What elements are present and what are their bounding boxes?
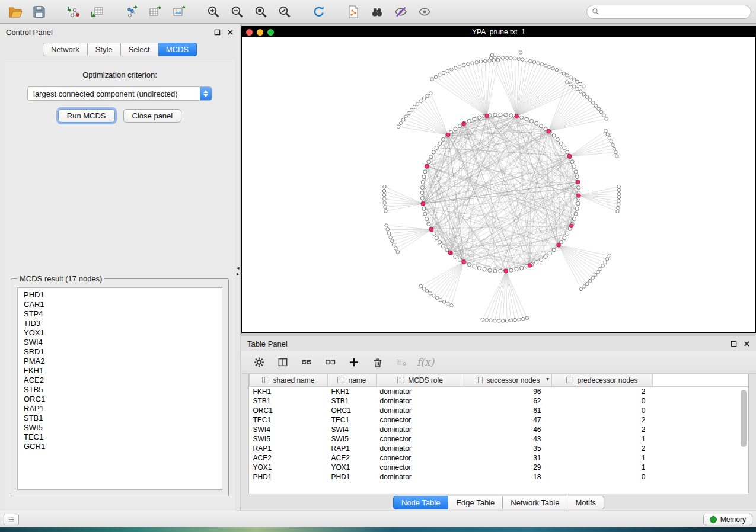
mcds-result-item[interactable]: SWI5 bbox=[18, 423, 222, 432]
tab-motifs[interactable]: Motifs bbox=[567, 496, 604, 509]
network-canvas[interactable] bbox=[242, 37, 755, 332]
mcds-result-item[interactable]: RAP1 bbox=[18, 404, 222, 414]
table-settings-button[interactable] bbox=[250, 353, 269, 371]
zoom-fit-icon bbox=[254, 5, 268, 19]
copy-network-button[interactable] bbox=[343, 2, 364, 21]
control-panel-tabs: NetworkStyleSelectMCDS bbox=[0, 43, 240, 56]
mcds-result-item[interactable]: GCR1 bbox=[18, 442, 222, 451]
export-image-icon bbox=[172, 5, 186, 19]
delete-table-icon bbox=[395, 356, 407, 368]
show-column-panel-button[interactable] bbox=[273, 353, 292, 371]
search-input[interactable] bbox=[602, 7, 746, 17]
zoom-out-button[interactable] bbox=[227, 2, 248, 21]
tab-network-table[interactable]: Network Table bbox=[503, 496, 567, 509]
mcds-result-list[interactable]: PHD1CAR1STP4TID3YOX1SWI4SRD1PMA2FKH1ACE2… bbox=[17, 287, 222, 490]
minimize-window-button[interactable] bbox=[257, 29, 263, 36]
maximize-window-button[interactable] bbox=[267, 29, 274, 36]
run-mcds-button[interactable]: Run MCDS bbox=[58, 109, 115, 123]
export-image-button[interactable] bbox=[168, 2, 190, 21]
zoom-fit-button[interactable] bbox=[250, 2, 272, 21]
zoom-in-button[interactable] bbox=[203, 2, 224, 21]
tab-network[interactable]: Network bbox=[43, 43, 88, 56]
criterion-select[interactable]: largest connected component (undirected) bbox=[27, 86, 212, 101]
table-toolbar: f(x) bbox=[241, 351, 756, 374]
table-row[interactable]: TEC1TEC1connector472 bbox=[250, 415, 749, 425]
create-column-button[interactable] bbox=[344, 353, 363, 371]
tab-edge-table[interactable]: Edge Table bbox=[448, 496, 503, 509]
tab-select[interactable]: Select bbox=[121, 43, 158, 56]
show-task-history-button[interactable] bbox=[4, 514, 19, 525]
zoom-selected-button[interactable] bbox=[274, 2, 295, 21]
close-panel-button[interactable] bbox=[227, 28, 234, 36]
collapse-left-icon[interactable]: ◂ bbox=[237, 265, 240, 271]
table-row[interactable]: FKH1FKH1dominator962 bbox=[250, 387, 749, 397]
mcds-result-item[interactable]: PHD1 bbox=[18, 290, 222, 300]
network-graph[interactable] bbox=[242, 37, 755, 332]
search-network-button[interactable] bbox=[366, 2, 388, 21]
column-header-MCDS-role[interactable]: MCDS role bbox=[377, 374, 464, 387]
mcds-result-item[interactable]: PMA2 bbox=[18, 357, 222, 366]
mcds-result-item[interactable]: SWI4 bbox=[18, 338, 222, 347]
delete-column-button[interactable] bbox=[368, 353, 387, 371]
column-header-predecessor-nodes[interactable]: predecessor nodes bbox=[552, 374, 653, 387]
tab-style[interactable]: Style bbox=[88, 43, 121, 56]
table-row[interactable]: YOX1YOX1connector291 bbox=[250, 463, 749, 472]
float-panel-button[interactable] bbox=[213, 28, 221, 36]
search-box[interactable] bbox=[586, 5, 751, 19]
table-row[interactable]: ACE2ACE2connector311 bbox=[250, 453, 749, 463]
memory-button[interactable]: Memory bbox=[703, 514, 752, 525]
import-table-icon bbox=[90, 5, 104, 19]
import-network-button[interactable] bbox=[63, 2, 84, 21]
columns-icon bbox=[277, 356, 289, 368]
mcds-result-item[interactable]: TID3 bbox=[18, 319, 222, 328]
column-header-name[interactable]: name bbox=[328, 374, 377, 387]
application-window: Control Panel NetworkStyleSelectMCDS Opt… bbox=[0, 0, 756, 532]
mcds-result-item[interactable]: ACE2 bbox=[18, 376, 222, 385]
mcds-result-item[interactable]: FKH1 bbox=[18, 366, 222, 376]
tab-node-table[interactable]: Node Table bbox=[393, 496, 449, 509]
hide-panels-button[interactable] bbox=[390, 2, 412, 21]
show-panels-button[interactable] bbox=[414, 2, 435, 21]
open-folder-button[interactable] bbox=[5, 2, 26, 21]
mcds-result-item[interactable]: CAR1 bbox=[18, 300, 222, 309]
import-table-button[interactable] bbox=[87, 2, 108, 21]
table-row[interactable]: PHD1PHD1dominator180 bbox=[250, 472, 749, 482]
panel-splitter-handle[interactable]: ◂ ▸ bbox=[237, 265, 240, 277]
export-network-button[interactable] bbox=[121, 2, 142, 21]
mcds-result-item[interactable]: ORC1 bbox=[18, 395, 222, 404]
table-row[interactable]: SWI4SWI4dominator462 bbox=[250, 425, 749, 434]
save-button[interactable] bbox=[28, 2, 50, 21]
table-row[interactable]: SWI5SWI5connector431 bbox=[250, 434, 749, 444]
gear-icon bbox=[253, 356, 265, 368]
export-table-icon bbox=[148, 5, 162, 19]
table-scrollbar-thumb[interactable] bbox=[741, 390, 747, 447]
close-table-panel-button[interactable] bbox=[743, 340, 750, 347]
toolbar-separator bbox=[52, 11, 60, 12]
table-row[interactable]: ORC1ORC1dominator610 bbox=[250, 406, 749, 415]
column-header-shared-name[interactable]: shared name bbox=[250, 374, 328, 387]
mcds-result-item[interactable]: SRD1 bbox=[18, 347, 222, 357]
deselect-all-rows-button[interactable] bbox=[321, 353, 340, 371]
mcds-result-item[interactable]: STB5 bbox=[18, 385, 222, 395]
column-header-successor-nodes[interactable]: successor nodes▾ bbox=[464, 374, 552, 387]
status-bar: Memory bbox=[0, 511, 756, 527]
float-table-panel-button[interactable] bbox=[730, 340, 737, 347]
main-area: Control Panel NetworkStyleSelectMCDS Opt… bbox=[0, 24, 756, 511]
mcds-result-item[interactable]: TEC1 bbox=[18, 432, 222, 442]
sort-chevron-icon[interactable]: ▾ bbox=[546, 376, 549, 382]
table-row[interactable]: STB1STB1dominator620 bbox=[250, 396, 749, 406]
mcds-panel: Optimization criterion: largest connecte… bbox=[5, 60, 235, 511]
collapse-right-icon[interactable]: ▸ bbox=[237, 271, 240, 277]
tab-mcds[interactable]: MCDS bbox=[158, 43, 197, 56]
refresh-button[interactable] bbox=[308, 2, 330, 21]
mcds-result-item[interactable]: STB1 bbox=[18, 414, 222, 423]
toolbar-separator bbox=[110, 11, 119, 12]
table-row[interactable]: RAP1RAP1dominator352 bbox=[250, 444, 749, 453]
close-window-button[interactable] bbox=[246, 29, 253, 36]
mcds-result-item[interactable]: STP4 bbox=[18, 309, 222, 319]
column-label: predecessor nodes bbox=[577, 376, 637, 384]
close-panel-button-mcds[interactable]: Close panel bbox=[123, 109, 182, 123]
select-all-rows-button[interactable] bbox=[297, 353, 316, 371]
export-table-button[interactable] bbox=[145, 2, 166, 21]
mcds-result-item[interactable]: YOX1 bbox=[18, 328, 222, 338]
